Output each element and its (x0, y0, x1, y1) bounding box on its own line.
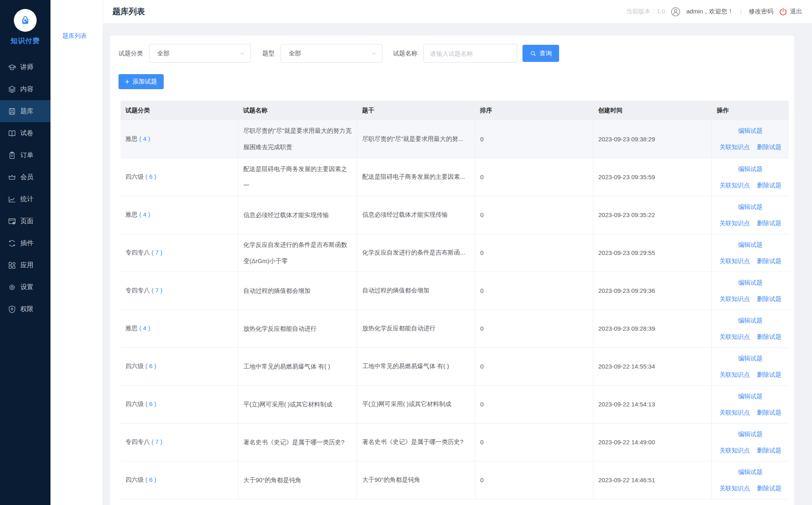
sidebar-item[interactable]: 插件 (0, 232, 50, 254)
edit-question-link[interactable]: 编辑试题 (738, 317, 763, 324)
category-name: 专四专八 (125, 438, 150, 445)
topbar-right: 当前版本：1.0 admin，欢迎您！ | 修改密码 退出 (626, 7, 802, 17)
category-select[interactable]: 全部 (149, 44, 251, 63)
category-count-link[interactable]: ( 6 ) (145, 362, 156, 369)
type-select[interactable]: 全部 (281, 44, 382, 63)
type-filter-label: 题型 (262, 50, 274, 57)
cell-name: 配送是阻碍电子商务发展的主要因素之一 (238, 158, 357, 196)
delete-question-link[interactable]: 删除试题 (757, 409, 781, 416)
sidebar-item[interactable]: 权限 (0, 298, 50, 320)
power-icon (779, 7, 788, 16)
delete-question-link[interactable]: 删除试题 (757, 257, 781, 264)
version-label: 当前版本：1.0 (626, 8, 665, 15)
category-name: 雅思 (125, 325, 138, 332)
category-count-link[interactable]: ( 4 ) (139, 211, 150, 218)
sidebar-item-label: 题库 (20, 107, 33, 116)
cell-name: 自动过程的熵值都会增加 (238, 272, 357, 310)
cell-actions: 编辑试题 关联知识点 删除试题 (712, 310, 789, 347)
edit-question-link[interactable]: 编辑试题 (738, 165, 763, 172)
sidebar-item[interactable]: 页面 (0, 210, 50, 232)
question-bank-icon (8, 107, 16, 116)
cell-actions: 编辑试题 关联知识点 删除试题 (712, 196, 789, 234)
question-name-input[interactable] (424, 44, 517, 63)
sidebar-item[interactable]: 会员 (0, 166, 50, 188)
edit-question-link[interactable]: 编辑试题 (738, 279, 763, 286)
table-row: 雅思( 4 ) 放热化学反应都能自动进行 放热化学反应都能自动进行 0 2023… (121, 310, 789, 347)
category-count-link[interactable]: ( 4 ) (139, 325, 150, 332)
category-name: 专四专八 (125, 249, 150, 256)
logout-button[interactable]: 退出 (779, 7, 802, 16)
table-row: 专四专八( 7 ) 著名史书《史记》是属于哪一类历史? 著名史书《史记》是属于哪… (121, 423, 789, 461)
edit-question-link[interactable]: 编辑试题 (738, 241, 763, 248)
cell-category: 四六级( 6 ) (121, 158, 238, 196)
sidebar-item[interactable]: 题库 (0, 100, 50, 122)
plus-icon: + (125, 78, 129, 86)
category-count-link[interactable]: ( 6 ) (145, 173, 156, 180)
category-count-link[interactable]: ( 6 ) (145, 400, 156, 407)
link-knowledge-link[interactable]: 关联知识点 (720, 295, 750, 302)
search-button[interactable]: 查询 (522, 45, 559, 62)
sidebar-item[interactable]: 试卷 (0, 122, 50, 144)
plugin-icon (8, 239, 16, 248)
sidebar-item[interactable]: 订单 (0, 144, 50, 166)
cell-category: 专四专八( 7 ) (121, 272, 238, 310)
type-select-value: 全部 (289, 50, 371, 57)
sidebar-item[interactable]: 讲师 (0, 56, 50, 78)
order-icon (8, 151, 16, 160)
cell-actions: 编辑试题 关联知识点 删除试题 (712, 347, 789, 385)
submenu-item-question-bank-list[interactable]: 题库列表 (50, 32, 103, 40)
delete-question-link[interactable]: 删除试题 (757, 371, 781, 378)
question-table: 试题分类 试题名称 题干 排序 创建时间 操作 (121, 101, 789, 499)
cell-category: 四六级( 6 ) (121, 385, 238, 423)
category-name: 专四专八 (125, 287, 150, 294)
delete-question-link[interactable]: 删除试题 (757, 447, 781, 454)
category-count-link[interactable]: ( 7 ) (151, 438, 162, 445)
edit-question-link[interactable]: 编辑试题 (738, 203, 763, 210)
category-count-link[interactable]: ( 6 ) (145, 476, 156, 483)
cell-created: 2023-09-23 09:35:59 (593, 158, 712, 196)
link-knowledge-link[interactable]: 关联知识点 (720, 409, 750, 416)
sidebar-item-label: 讲师 (20, 63, 33, 72)
question-bank-card: 试题分类 全部 题型 全部 试题名称 (110, 35, 794, 505)
add-question-label: 添加试题 (133, 78, 157, 86)
link-knowledge-link[interactable]: 关联知识点 (720, 371, 750, 378)
category-count-link[interactable]: ( 4 ) (139, 135, 150, 142)
edit-question-link[interactable]: 编辑试题 (738, 127, 763, 134)
link-knowledge-link[interactable]: 关联知识点 (720, 220, 750, 226)
member-icon (8, 173, 16, 182)
edit-question-link[interactable]: 编辑试题 (738, 355, 763, 362)
link-knowledge-link[interactable]: 关联知识点 (720, 333, 750, 340)
cell-stem: 放热化学反应都能自动进行 (357, 310, 475, 347)
sidebar-item[interactable]: 设置 (0, 276, 50, 298)
delete-question-link[interactable]: 删除试题 (757, 295, 781, 302)
link-knowledge-link[interactable]: 关联知识点 (720, 182, 750, 189)
link-knowledge-link[interactable]: 关联知识点 (720, 485, 750, 492)
link-knowledge-link[interactable]: 关联知识点 (720, 143, 750, 150)
link-knowledge-link[interactable]: 关联知识点 (720, 447, 750, 454)
delete-question-link[interactable]: 删除试题 (757, 220, 781, 226)
sidebar-item[interactable]: 应用 (0, 254, 50, 276)
primary-sidebar: 知识付费 讲师 内容 题库 (0, 0, 50, 505)
sidebar-item[interactable]: 统计 (0, 188, 50, 210)
edit-question-link[interactable]: 编辑试题 (738, 393, 763, 400)
sidebar-item-label: 内容 (20, 85, 33, 94)
sidebar-item[interactable]: 内容 (0, 78, 50, 100)
edit-question-link[interactable]: 编辑试题 (738, 430, 763, 437)
cell-sort: 0 (475, 347, 593, 385)
delete-question-link[interactable]: 删除试题 (757, 333, 781, 340)
delete-question-link[interactable]: 删除试题 (757, 143, 781, 150)
cell-created: 2023-09-23 09:35:22 (593, 196, 712, 234)
name-filter-label: 试题名称 (393, 50, 417, 57)
link-knowledge-link[interactable]: 关联知识点 (720, 257, 750, 264)
cell-category: 雅思( 4 ) (121, 310, 238, 347)
category-count-link[interactable]: ( 7 ) (151, 249, 162, 256)
delete-question-link[interactable]: 删除试题 (757, 485, 781, 492)
edit-question-link[interactable]: 编辑试题 (738, 468, 763, 475)
cell-name: 尽职尽责的"尽"就是要求用最大的努力克服困难去完成职责 (238, 120, 357, 158)
change-password-link[interactable]: 修改密码 (749, 8, 773, 15)
add-question-button[interactable]: + 添加试题 (119, 74, 164, 89)
delete-question-link[interactable]: 删除试题 (757, 182, 781, 189)
category-count-link[interactable]: ( 7 ) (151, 287, 162, 294)
col-created: 创建时间 (593, 101, 712, 120)
table-row: 四六级( 6 ) 大于90°的角都是钝角 大于90°的角都是钝角 0 2023-… (121, 461, 789, 499)
